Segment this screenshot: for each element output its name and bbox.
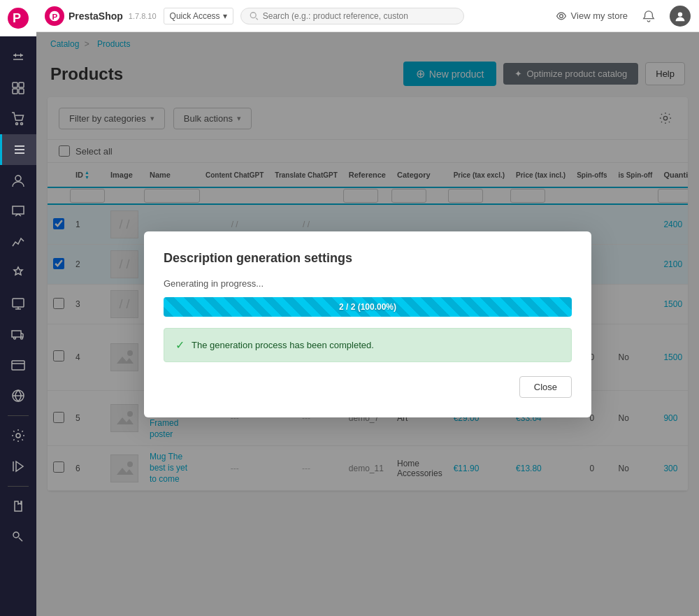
svg-point-17 xyxy=(678,12,682,16)
svg-rect-2 xyxy=(13,83,17,87)
version-label: 1.7.8.10 xyxy=(129,12,157,20)
orders-icon xyxy=(11,112,25,126)
ps-logo-icon: P xyxy=(48,10,61,22)
svg-point-15 xyxy=(250,12,256,17)
chevron-down-icon: ▾ xyxy=(223,11,227,21)
sidebar-item-advanced[interactable] xyxy=(0,451,36,482)
notifications-button[interactable] xyxy=(637,5,660,27)
user-avatar[interactable] xyxy=(670,6,691,27)
sidebar-item-expand[interactable] xyxy=(0,42,36,73)
payments-icon xyxy=(11,358,25,372)
catalog-icon xyxy=(13,143,27,157)
sidebar-item-international[interactable] xyxy=(0,380,36,411)
view-store-button[interactable]: View my store xyxy=(556,10,628,22)
search-icon xyxy=(250,11,259,21)
sidebar-logo: P xyxy=(0,0,36,36)
search-bar xyxy=(240,8,464,24)
sidebar-item-plugin2[interactable] xyxy=(0,522,36,552)
sidebar-item-payments[interactable] xyxy=(0,350,36,380)
svg-rect-4 xyxy=(13,89,17,94)
progress-bar-container: 2 / 2 (100.00%) xyxy=(164,297,572,317)
dashboard-icon xyxy=(11,81,25,95)
topbar-right: View my store xyxy=(556,5,691,27)
sidebar-divider-2 xyxy=(8,486,29,487)
customers-icon xyxy=(11,173,25,187)
sidebar-item-customers[interactable] xyxy=(0,165,36,196)
stats-icon xyxy=(11,235,25,249)
logo-text: PrestaShop xyxy=(69,10,123,22)
modal-generating-text: Generating in progress... xyxy=(164,278,572,289)
description-generation-modal: Description generation settings Generati… xyxy=(144,231,591,417)
expand-icon xyxy=(11,50,25,64)
quick-access-label: Quick Access xyxy=(170,11,220,21)
sidebar-item-messages[interactable] xyxy=(0,196,36,227)
sidebar-item-settings[interactable] xyxy=(0,420,36,451)
success-message-box: ✓ The generation process has been comple… xyxy=(164,328,572,362)
svg-rect-9 xyxy=(13,299,24,307)
sidebar-divider xyxy=(8,415,29,416)
bell-icon xyxy=(642,10,655,22)
main-area: P PrestaShop 1.7.8.10 Quick Access ▾ Vie… xyxy=(36,0,699,616)
svg-text:P: P xyxy=(52,11,57,20)
topbar: P PrestaShop 1.7.8.10 Quick Access ▾ Vie… xyxy=(36,0,699,32)
shipping-icon xyxy=(11,327,25,341)
prestashop-logo-icon: P xyxy=(7,7,29,29)
success-text: The generation process has been complete… xyxy=(192,340,374,350)
logo-circle: P xyxy=(45,6,64,26)
content-area: Catalog > Products Products ⊕ New produc… xyxy=(36,32,699,616)
modal-close-button[interactable]: Close xyxy=(519,376,572,398)
modules-icon xyxy=(11,266,25,280)
svg-point-12 xyxy=(16,434,20,438)
design-icon xyxy=(11,296,25,310)
plugin1-icon xyxy=(11,499,25,513)
svg-point-6 xyxy=(16,123,18,125)
svg-rect-3 xyxy=(19,83,24,87)
international-icon xyxy=(11,389,25,403)
modal-footer: Close xyxy=(164,376,572,398)
sidebar-item-dashboard[interactable] xyxy=(0,73,36,103)
modal-overlay: Description generation settings Generati… xyxy=(36,32,699,616)
sidebar-item-design[interactable] xyxy=(0,288,36,319)
sidebar-navigation xyxy=(0,42,36,552)
messages-icon xyxy=(11,204,25,218)
plugin2-icon xyxy=(11,530,25,544)
sidebar: P xyxy=(0,0,36,616)
sidebar-item-shipping[interactable] xyxy=(0,319,36,350)
quick-access-button[interactable]: Quick Access ▾ xyxy=(164,8,233,24)
user-icon xyxy=(675,10,686,22)
sidebar-item-orders[interactable] xyxy=(0,103,36,134)
modal-title: Description generation settings xyxy=(164,251,572,266)
svg-point-16 xyxy=(559,14,563,17)
search-input[interactable] xyxy=(263,11,455,21)
advanced-icon xyxy=(11,459,25,473)
svg-point-7 xyxy=(21,123,23,125)
svg-point-13 xyxy=(13,532,19,538)
eye-icon xyxy=(556,10,567,22)
sidebar-item-modules[interactable] xyxy=(0,257,36,288)
sidebar-item-catalog[interactable] xyxy=(0,134,36,165)
sidebar-item-plugin1[interactable] xyxy=(0,491,36,522)
prestashop-logo: P PrestaShop 1.7.8.10 xyxy=(45,6,157,26)
progress-text: 2 / 2 (100.00%) xyxy=(164,297,572,317)
svg-text:P: P xyxy=(13,11,21,25)
settings-icon xyxy=(11,429,25,443)
sidebar-item-stats[interactable] xyxy=(0,227,36,257)
svg-rect-5 xyxy=(19,89,24,94)
check-icon: ✓ xyxy=(175,338,185,352)
view-store-label: View my store xyxy=(571,10,628,21)
svg-rect-10 xyxy=(12,361,24,370)
svg-point-8 xyxy=(15,176,21,181)
